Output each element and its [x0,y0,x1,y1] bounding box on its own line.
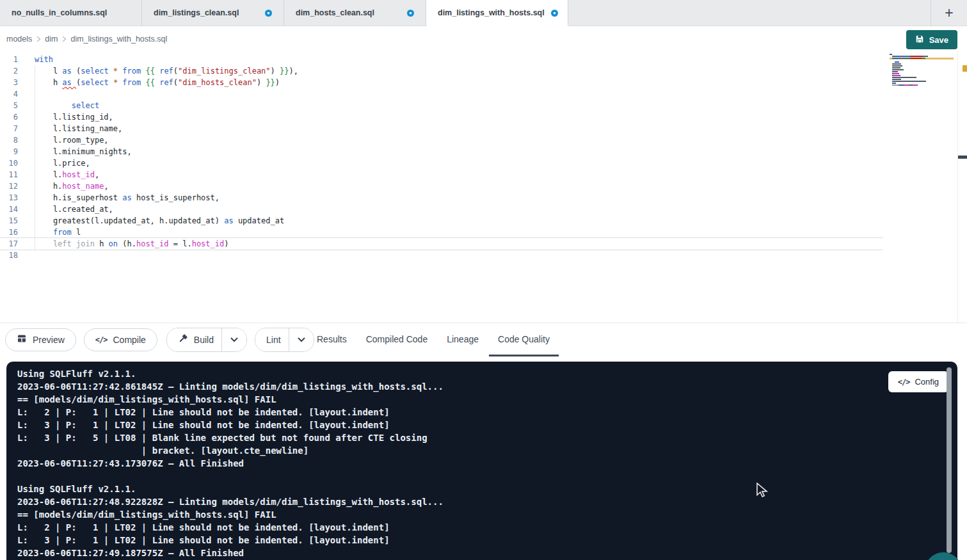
code-line[interactable]: l.created_at, [35,204,298,215]
terminal-scrollbar[interactable] [947,367,952,553]
tab-label: no_nulls_in_columns.sql [12,8,107,17]
tab-label: dim_listings_with_hosts.sql [438,8,545,17]
build-button[interactable]: Build [167,328,221,351]
tab-dim-listings-with-hosts[interactable]: dim_listings_with_hosts.sql [426,0,568,26]
lint-split-button: Lint [255,328,314,352]
tab-compiled-code[interactable]: Compiled Code [357,323,437,356]
unsaved-changes-icon [551,10,558,17]
minimap-line [890,54,954,55]
tabbar-right-controls: + [931,0,967,26]
code-line[interactable]: h as (select * from {{ ref("dim_hosts_cl… [35,77,298,88]
code-line[interactable]: h.host_name, [35,180,298,192]
code-line[interactable]: from l [35,227,298,238]
tab-results[interactable]: Results [308,323,356,356]
terminal-lines: Using SQLFluff v2.1.1. 2023-06-06T11:27:… [6,362,957,559]
new-tab-button[interactable]: + [931,0,967,26]
minimap-line [890,71,954,72]
minimap-line [890,58,954,59]
unsaved-changes-icon [265,10,272,17]
save-label: Save [929,35,948,45]
line-number: 11 [0,169,18,180]
unsaved-changes-icon [407,10,414,17]
line-number: 15 [0,215,18,227]
minimap-line [890,79,954,80]
code-line[interactable]: greatest(l.updated_at, h.updated_at) as … [35,215,298,227]
line-number: 17 [0,238,18,250]
save-button[interactable]: Save [906,30,957,49]
tab-code-quality[interactable]: Code Quality [489,323,559,356]
code-line[interactable] [35,250,298,261]
line-number: 16 [0,227,18,238]
compile-button[interactable]: </> Compile [84,328,157,351]
lint-label: Lint [266,335,281,345]
build-dropdown-button[interactable] [221,328,246,351]
tab-lineage[interactable]: Lineage [438,323,488,356]
ruler-position-marker [958,156,967,159]
line-number: 3 [0,77,18,88]
tab-dim-listings-clean[interactable]: dim_listings_clean.sql [142,0,284,26]
line-number: 12 [0,180,18,192]
line-number: 4 [0,88,18,100]
code-icon: </> [95,335,108,344]
config-label: Config [915,377,939,387]
tab-no-nulls-in-columns[interactable]: no_nulls_in_columns.sql [0,0,142,26]
table-icon [17,333,27,346]
hammer-icon [178,333,188,346]
minimap-line [890,83,954,84]
save-icon [915,35,924,45]
editor-tab-bar: no_nulls_in_columns.sql dim_listings_cle… [0,0,967,26]
code-lines[interactable]: with l as (select * from {{ ref("dim_lis… [35,54,298,261]
lint-button[interactable]: Lint [255,328,289,351]
line-number: 18 [0,250,18,261]
line-number: 2 [0,65,18,77]
build-split-button: Build [166,328,247,352]
code-line[interactable]: l.host_id, [35,169,298,180]
line-number: 14 [0,204,18,215]
code-line[interactable]: l.listing_id, [35,111,298,123]
line-number: 9 [0,146,18,157]
code-line[interactable]: select [35,100,298,111]
ruler-warning-marker [963,65,967,72]
chevron-right-icon [35,35,42,43]
chevron-down-icon [298,335,305,344]
minimap-line [890,61,954,63]
code-line[interactable]: l.minimum_nights, [35,146,298,157]
build-label: Build [194,335,214,345]
tab-label: dim_hosts_clean.sql [296,8,374,17]
minimap-line [890,67,954,68]
breadcrumb-dim[interactable]: dim [45,35,58,44]
minimap-line [890,75,954,76]
chevron-right-icon [61,35,67,43]
line-number: 5 [0,100,18,111]
preview-label: Preview [33,335,65,345]
preview-button[interactable]: Preview [5,328,76,351]
minimap-line [890,69,954,70]
breadcrumb-models[interactable]: models [6,35,32,44]
terminal-output-panel[interactable]: Using SQLFluff v2.1.1. 2023-06-06T11:27:… [6,362,957,560]
code-line[interactable]: l.listing_name, [35,123,298,134]
line-number: 6 [0,111,18,123]
tab-dim-hosts-clean[interactable]: dim_hosts_clean.sql [284,0,426,26]
code-line[interactable]: l as (select * from {{ ref("dim_listings… [35,65,298,77]
config-button[interactable]: </> Config [888,371,948,392]
line-number: 1 [0,54,18,65]
code-line[interactable]: l.price, [35,157,298,169]
minimap-line [890,65,954,67]
tab-label: dim_listings_clean.sql [154,8,239,17]
minimap-line [890,60,954,61]
code-line[interactable]: with [35,54,298,65]
minimap[interactable] [890,54,954,92]
code-line[interactable]: left join h on (h.host_id = l.host_id) [35,238,298,250]
code-line[interactable]: h.is_superhost as host_is_superhost, [35,192,298,204]
action-toolbar: Preview </> Compile Build [0,323,967,356]
minimap-line [890,84,954,86]
code-line[interactable]: l.room_type, [35,134,298,146]
minimap-line [890,73,954,74]
compile-label: Compile [113,335,145,345]
line-number: 7 [0,123,18,134]
line-number: 8 [0,134,18,146]
minimap-line [890,86,954,88]
code-editor[interactable]: 123456789101112131415161718 with l as (s… [0,51,967,323]
minimap-line [890,81,954,82]
code-line[interactable] [35,88,298,100]
